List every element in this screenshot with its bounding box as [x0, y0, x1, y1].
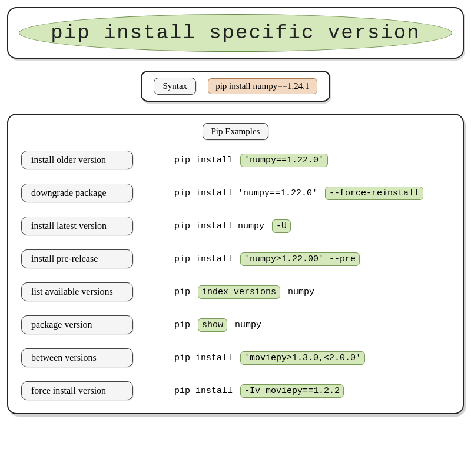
example-row: install pre-releasepip install 'numpy≥1.…	[21, 249, 450, 268]
example-command: pip install 'numpy==1.22.0'	[174, 154, 328, 167]
cmd-highlight: 'moviepy≥1.3.0,<2.0.0'	[240, 351, 365, 365]
example-row: between versionspip install 'moviepy≥1.3…	[21, 348, 450, 367]
cmd-highlight: show	[198, 318, 227, 332]
cmd-highlight: -Iv moviepy==1.2.2	[240, 384, 344, 398]
example-row: downgrade packagepip install 'numpy==1.2…	[21, 184, 450, 202]
page-title: pip install specific version	[51, 22, 420, 44]
cmd-highlight: -U	[272, 219, 291, 233]
example-row: package versionpip show numpy	[21, 315, 450, 334]
title-card: pip install specific version	[7, 7, 464, 59]
example-label: package version	[21, 315, 133, 334]
example-command: pip install 'numpy≥1.22.00' --pre	[174, 252, 360, 266]
example-label: install latest version	[21, 217, 133, 235]
example-row: force install versionpip install -Iv mov…	[21, 381, 450, 400]
example-label: downgrade package	[21, 184, 133, 202]
cmd-text: pip install	[174, 254, 238, 264]
examples-card: Pip Examples install older versionpip in…	[7, 114, 464, 414]
cmd-highlight: 'numpy==1.22.0'	[240, 154, 328, 167]
cmd-text: pip install 'numpy==1.22.0'	[174, 188, 323, 198]
examples-header: Pip Examples	[203, 123, 269, 140]
example-command: pip install -Iv moviepy==1.2.2	[174, 384, 344, 398]
example-row: install older versionpip install 'numpy=…	[21, 151, 450, 169]
example-command: pip show numpy	[174, 318, 261, 332]
cmd-highlight: index versions	[198, 285, 280, 299]
example-command: pip index versions numpy	[174, 285, 314, 299]
example-row: list available versionspip index version…	[21, 282, 450, 301]
cmd-text: pip install	[174, 155, 238, 165]
example-row: install latest versionpip install numpy …	[21, 217, 450, 235]
syntax-card: Syntax pip install numpy==1.24.1	[141, 71, 330, 102]
example-label: list available versions	[21, 282, 133, 301]
cmd-text: pip	[174, 320, 195, 330]
syntax-code: pip install numpy==1.24.1	[208, 78, 317, 94]
example-label: install pre-release	[21, 249, 133, 268]
syntax-label: Syntax	[154, 78, 196, 95]
example-command: pip install 'numpy==1.22.0' --force-rein…	[174, 187, 423, 200]
cmd-text: pip install numpy	[174, 221, 270, 231]
examples-header-row: Pip Examples	[21, 123, 450, 140]
cmd-text: numpy	[283, 287, 314, 297]
cmd-highlight: 'numpy≥1.22.00' --pre	[240, 252, 360, 266]
cmd-text: numpy	[230, 320, 261, 330]
example-label: force install version	[21, 381, 133, 400]
example-command: pip install 'moviepy≥1.3.0,<2.0.0'	[174, 351, 365, 365]
cmd-highlight: --force-reinstall	[325, 187, 423, 200]
cmd-text: pip install	[174, 353, 238, 363]
cmd-text: pip	[174, 287, 195, 297]
examples-list: install older versionpip install 'numpy=…	[21, 151, 450, 400]
title-ellipse: pip install specific version	[19, 14, 452, 52]
example-label: between versions	[21, 348, 133, 367]
cmd-text: pip install	[174, 386, 238, 396]
example-command: pip install numpy -U	[174, 219, 291, 233]
example-label: install older version	[21, 151, 133, 169]
